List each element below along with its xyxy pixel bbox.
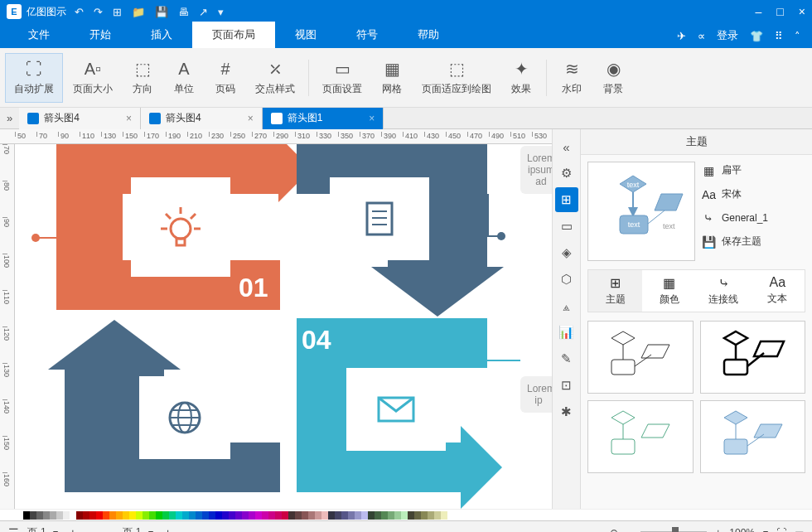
sidebar-tool-1[interactable]: ⚙ (555, 161, 578, 186)
minimize-button[interactable]: – (756, 5, 762, 18)
number-04[interactable]: 04 (302, 325, 331, 355)
color-swatch[interactable] (255, 511, 262, 520)
connector-line-rt1[interactable] (487, 194, 489, 235)
color-swatch[interactable] (348, 511, 355, 520)
color-swatch[interactable] (50, 511, 56, 520)
sidebar-tool-0[interactable]: « (555, 134, 578, 159)
ribbon-页面大小[interactable]: A▫页面大小 (65, 53, 121, 103)
color-swatch[interactable] (282, 511, 288, 520)
sidebar-tool-8[interactable]: ✎ (555, 346, 578, 371)
color-swatch[interactable] (202, 511, 209, 520)
sidebar-tool-10[interactable]: ✱ (555, 399, 578, 424)
color-swatch[interactable] (70, 511, 76, 520)
qat-button-5[interactable]: 🖶 (178, 6, 189, 18)
add-page-button[interactable]: + (65, 525, 81, 533)
ribbon-页码[interactable]: #页码 (205, 53, 245, 103)
number-01[interactable]: 01 (239, 273, 268, 303)
ribbon-效果[interactable]: ✦效果 (501, 53, 541, 103)
sidebar-tool-5[interactable]: ⬡ (555, 267, 578, 292)
color-swatch[interactable] (63, 511, 70, 520)
qat-button-2[interactable]: ⊞ (113, 6, 122, 18)
sidebar-tool-6[interactable]: ⟁ (555, 293, 578, 318)
color-swatch[interactable] (129, 511, 136, 520)
ribbon-网格[interactable]: ▦网格 (372, 53, 412, 103)
color-swatch[interactable] (414, 511, 421, 520)
subtab-颜色[interactable]: ▦颜色 (642, 270, 696, 312)
color-swatch[interactable] (196, 511, 202, 520)
color-swatch[interactable] (355, 511, 361, 520)
fullscreen-icon[interactable]: ⛶ (776, 527, 786, 533)
number-02[interactable]: 02 (302, 273, 331, 303)
theme-option-2[interactable] (587, 400, 694, 473)
color-swatch[interactable] (408, 511, 414, 520)
menu-tab-插入[interactable]: 插入 (131, 22, 192, 48)
rightmenu-collapse[interactable]: ˄ (795, 30, 800, 42)
menu-tab-帮助[interactable]: 帮助 (398, 22, 459, 48)
expand-tabs-icon[interactable]: » (0, 112, 19, 124)
color-swatch[interactable] (116, 511, 123, 520)
color-swatch[interactable] (262, 511, 268, 520)
rightmenu-shirt[interactable]: 👕 (750, 30, 763, 42)
color-swatch[interactable] (302, 511, 308, 520)
color-swatch[interactable] (268, 511, 275, 520)
color-swatch[interactable] (209, 511, 215, 520)
theme-info-row[interactable]: Aa宋体 (702, 187, 805, 201)
color-swatch[interactable] (162, 511, 169, 520)
doc-tab[interactable]: 箭头图4× (141, 108, 263, 129)
color-swatch[interactable] (189, 511, 196, 520)
ribbon-交点样式[interactable]: ⤫交点样式 (247, 53, 303, 103)
color-swatch[interactable] (288, 511, 295, 520)
qat-button-0[interactable]: ↶ (75, 6, 84, 18)
close-tab-icon[interactable]: × (369, 113, 375, 124)
qat-button-1[interactable]: ↷ (94, 6, 103, 18)
color-swatch[interactable] (30, 511, 36, 520)
color-swatch[interactable] (368, 511, 375, 520)
color-swatch[interactable] (421, 511, 428, 520)
rightmenu-apps[interactable]: ⠿ (775, 30, 783, 42)
color-swatch[interactable] (335, 511, 341, 520)
color-swatch[interactable] (109, 511, 116, 520)
sidebar-tool-4[interactable]: ◈ (555, 240, 578, 265)
ribbon-页面适应到绘图[interactable]: ⬚页面适应到绘图 (413, 53, 500, 103)
color-swatch[interactable] (149, 511, 156, 520)
canvas[interactable]: 01 02 Lorem ipsum ad 03 (15, 144, 552, 509)
page-dropdown-icon[interactable]: ▾ (53, 527, 58, 533)
doc-tab[interactable]: 箭头图4× (19, 108, 141, 129)
sidebar-tool-7[interactable]: 📊 (555, 320, 578, 345)
color-swatch[interactable] (176, 511, 182, 520)
maximize-button[interactable]: □ (776, 5, 783, 18)
zoom-level[interactable]: 100% (729, 527, 755, 533)
close-tab-icon[interactable]: × (126, 113, 132, 124)
connector-line-rb[interactable] (487, 360, 520, 361)
menu-tab-符号[interactable]: 符号 (336, 22, 398, 48)
color-swatch[interactable] (56, 511, 63, 520)
rightmenu-share[interactable]: ∝ (698, 30, 705, 42)
zoom-out-button[interactable]: − (626, 527, 632, 533)
subtab-连接线[interactable]: ⤷连接线 (697, 270, 751, 312)
color-swatch[interactable] (36, 511, 43, 520)
color-swatch[interactable] (394, 511, 401, 520)
color-swatch[interactable] (275, 511, 282, 520)
color-swatch[interactable] (123, 511, 129, 520)
page-list-icon[interactable]: ☰ (8, 526, 19, 533)
qat-button-4[interactable]: 💾 (155, 6, 168, 18)
color-swatch[interactable] (83, 511, 89, 520)
rightmenu-send[interactable]: ✈ (677, 30, 686, 42)
theme-info-row[interactable]: ⤷General_1 (702, 211, 805, 225)
theme-preview-image[interactable]: text text text (587, 162, 695, 261)
color-swatch[interactable] (96, 511, 103, 520)
color-swatch[interactable] (315, 511, 321, 520)
number-03[interactable]: 03 (239, 325, 268, 355)
color-swatch[interactable] (434, 511, 441, 520)
arrow-head-3[interactable] (48, 320, 181, 370)
connector-line-rt2[interactable] (487, 235, 500, 237)
icon-box-3[interactable] (139, 376, 230, 459)
color-swatch[interactable] (381, 511, 388, 520)
text-label-1[interactable]: Lorem ipsum ad (520, 146, 552, 194)
icon-box-1[interactable] (131, 177, 230, 277)
subtab-文本[interactable]: Aa文本 (751, 270, 805, 312)
layer-dropdown-icon[interactable]: ▾ (148, 527, 153, 533)
zoom-dropdown-icon[interactable]: ▾ (763, 527, 768, 533)
close-button[interactable]: × (799, 5, 805, 18)
theme-option-0[interactable] (587, 321, 694, 394)
